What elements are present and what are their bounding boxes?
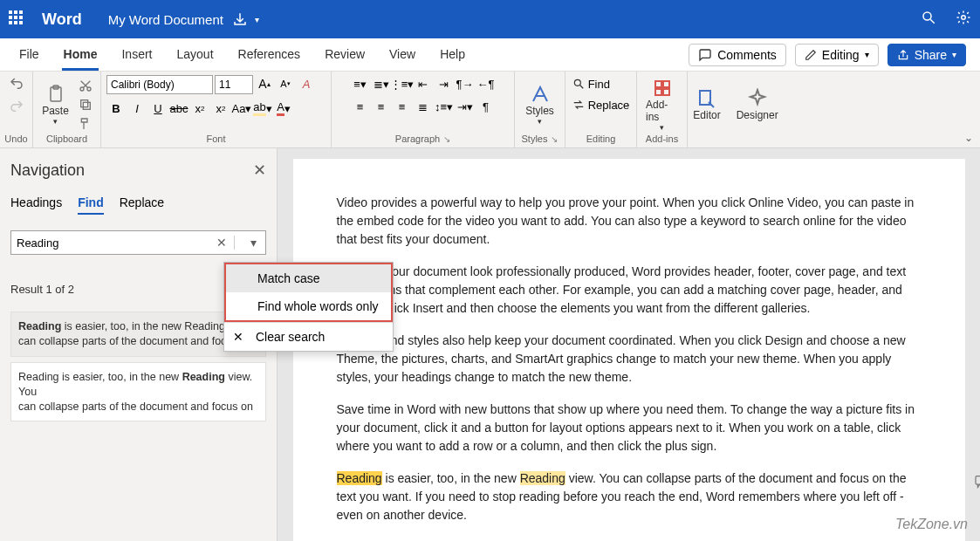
nav-tab-headings[interactable]: Headings bbox=[10, 195, 62, 215]
share-label: Share bbox=[915, 48, 947, 62]
search-input[interactable] bbox=[17, 236, 213, 250]
italic-button[interactable]: I bbox=[127, 99, 147, 117]
tab-references[interactable]: References bbox=[226, 38, 313, 71]
styles-launcher-icon[interactable]: ↘ bbox=[551, 134, 558, 144]
search-options-dropdown[interactable]: ▾ bbox=[250, 236, 257, 250]
align-center-button[interactable]: ≡ bbox=[372, 98, 391, 115]
underline-button[interactable]: U bbox=[148, 99, 168, 117]
show-marks-button[interactable]: ¶ bbox=[476, 98, 496, 115]
paragraph-group-label: Paragraph bbox=[395, 134, 440, 146]
tab-home[interactable]: Home bbox=[51, 38, 110, 71]
editing-label: Editing bbox=[822, 48, 860, 62]
styles-group-label: Styles bbox=[522, 134, 548, 146]
clipboard-group-label: Clipboard bbox=[46, 134, 87, 146]
designer-label: Designer bbox=[737, 109, 778, 121]
editing-mode-button[interactable]: Editing ▾ bbox=[795, 44, 879, 66]
document-dropdown-icon[interactable]: ▾ bbox=[255, 15, 259, 24]
match-case-option[interactable]: Match case bbox=[226, 264, 391, 292]
svg-rect-16 bbox=[976, 476, 981, 485]
tab-layout[interactable]: Layout bbox=[164, 38, 225, 71]
change-case-button[interactable]: Aa▾ bbox=[232, 99, 251, 117]
copy-button[interactable] bbox=[76, 96, 95, 113]
nav-close-button[interactable]: ✕ bbox=[253, 161, 266, 180]
replace-button[interactable]: Replace bbox=[572, 96, 630, 113]
chevron-down-icon: ▾ bbox=[952, 50, 956, 59]
font-name-select[interactable] bbox=[106, 75, 213, 94]
justify-button[interactable]: ≣ bbox=[414, 98, 433, 115]
nav-tab-find[interactable]: Find bbox=[78, 195, 104, 215]
redo-button[interactable] bbox=[7, 98, 26, 115]
comments-button[interactable]: Comments bbox=[689, 44, 786, 66]
highlight-color-button[interactable]: ab▾ bbox=[253, 99, 272, 117]
tab-insert[interactable]: Insert bbox=[109, 38, 164, 71]
app-launcher-icon[interactable] bbox=[9, 10, 26, 28]
indent-special-button[interactable]: ⇥▾ bbox=[456, 98, 475, 115]
search-highlight: Reading bbox=[337, 471, 382, 485]
multilevel-list-button[interactable]: ⋮≡▾ bbox=[393, 75, 412, 92]
search-options-menu: Match case Find whole words only ✕ Clear… bbox=[223, 262, 394, 352]
chevron-down-icon: ▾ bbox=[865, 50, 869, 59]
tab-review[interactable]: Review bbox=[312, 38, 377, 71]
tab-help[interactable]: Help bbox=[428, 38, 477, 71]
subscript-button[interactable]: x2 bbox=[190, 99, 209, 117]
numbering-button[interactable]: ≣▾ bbox=[372, 75, 391, 92]
decrease-indent-button[interactable]: ⇤ bbox=[414, 75, 433, 92]
cut-button[interactable] bbox=[76, 77, 95, 94]
whole-words-option[interactable]: Find whole words only bbox=[226, 292, 391, 320]
strikethrough-button[interactable]: abc bbox=[169, 99, 188, 117]
designer-button[interactable]: Designer bbox=[733, 86, 782, 123]
paragraph[interactable]: Save time in Word with new buttons that … bbox=[337, 401, 922, 455]
nav-tab-replace[interactable]: Replace bbox=[120, 195, 164, 215]
bold-button[interactable]: B bbox=[106, 99, 126, 117]
search-result-item[interactable]: Reading is easier, too, in the new Readi… bbox=[10, 362, 266, 422]
clear-formatting-button[interactable]: A bbox=[297, 75, 316, 92]
svg-point-2 bbox=[962, 16, 966, 20]
ltr-button[interactable]: ¶→ bbox=[456, 75, 475, 92]
document-name[interactable]: My Word Document bbox=[108, 12, 223, 27]
editor-button[interactable]: Editor bbox=[689, 86, 723, 123]
styles-button[interactable]: Styles ▾ bbox=[522, 82, 558, 127]
find-label: Find bbox=[588, 78, 610, 91]
comment-marker-icon[interactable] bbox=[974, 475, 981, 492]
tab-view[interactable]: View bbox=[377, 38, 428, 71]
shrink-font-button[interactable]: A▾ bbox=[276, 75, 295, 92]
share-button[interactable]: Share ▾ bbox=[887, 44, 966, 66]
clear-search-icon[interactable]: ✕ bbox=[216, 236, 227, 250]
tab-file[interactable]: File bbox=[7, 38, 51, 71]
paragraph[interactable]: Themes and styles also help keep your do… bbox=[337, 332, 922, 387]
paragraph-launcher-icon[interactable]: ↘ bbox=[443, 134, 450, 144]
paste-button[interactable]: Paste ▾ bbox=[38, 82, 72, 127]
document-page[interactable]: Video provides a powerful way to help yo… bbox=[293, 159, 965, 541]
rtl-button[interactable]: ←¶ bbox=[476, 75, 496, 92]
find-button[interactable]: Find bbox=[572, 75, 610, 92]
grow-font-button[interactable]: A▴ bbox=[255, 75, 274, 92]
format-painter-button[interactable] bbox=[76, 115, 95, 133]
paragraph[interactable]: Reading is easier, too, in the new Readi… bbox=[337, 469, 922, 524]
clear-search-option[interactable]: ✕ Clear search bbox=[224, 322, 393, 351]
align-left-button[interactable]: ≡ bbox=[351, 98, 370, 115]
font-color-button[interactable]: A▾ bbox=[274, 99, 293, 117]
undo-button[interactable] bbox=[7, 75, 26, 92]
search-highlight: Reading bbox=[520, 471, 565, 485]
search-box: ✕ ▾ bbox=[10, 230, 266, 255]
paragraph[interactable]: Video provides a powerful way to help yo… bbox=[337, 194, 922, 249]
line-spacing-button[interactable]: ↕≡▾ bbox=[435, 98, 454, 115]
font-size-select[interactable] bbox=[215, 75, 253, 94]
addins-button[interactable]: Add-ins ▾ bbox=[642, 76, 682, 134]
svg-rect-8 bbox=[81, 99, 88, 106]
watermark: TekZone.vn bbox=[895, 517, 968, 532]
search-icon[interactable] bbox=[921, 10, 936, 29]
result-count-label: Result 1 of 2 bbox=[10, 283, 74, 296]
align-right-button[interactable]: ≡ bbox=[393, 98, 412, 115]
bullets-button[interactable]: ≡▾ bbox=[351, 75, 370, 92]
increase-indent-button[interactable]: ⇥ bbox=[435, 75, 454, 92]
settings-gear-icon[interactable] bbox=[956, 10, 971, 29]
app-brand: Word bbox=[42, 10, 82, 29]
paragraph[interactable]: To make your document look professionall… bbox=[337, 263, 922, 318]
close-icon: ✕ bbox=[233, 330, 243, 344]
superscript-button[interactable]: x2 bbox=[211, 99, 230, 117]
svg-point-9 bbox=[574, 79, 580, 86]
paste-label: Paste bbox=[42, 105, 69, 117]
collapse-ribbon-button[interactable]: ⌄ bbox=[964, 132, 973, 144]
svg-rect-13 bbox=[655, 89, 661, 95]
